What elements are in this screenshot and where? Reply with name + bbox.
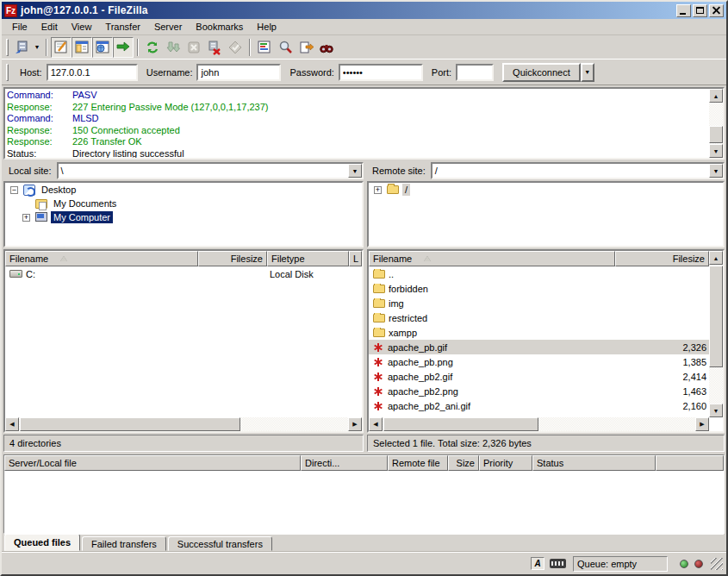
column-server-local-file[interactable]: Server/Local file [4, 455, 301, 471]
tree-item-root[interactable]: + / [369, 183, 723, 197]
quickconnect-dropdown[interactable]: ▼ [581, 63, 594, 82]
scroll-right-icon[interactable]: ▶ [695, 417, 709, 431]
menu-bookmarks[interactable]: Bookmarks [189, 20, 250, 34]
remote-row[interactable]: restricted [369, 310, 709, 325]
remote-rows: .. forbidden img restricted xampp apache… [369, 266, 709, 417]
remote-hscrollbar[interactable]: ◀ ▶ [369, 417, 709, 431]
local-site-combo[interactable]: \ ▼ [57, 162, 364, 179]
remote-row-selected[interactable]: apache_pb.gif2,326 [369, 340, 709, 354]
log-scroll-thumb[interactable] [709, 126, 723, 143]
remote-row[interactable]: apache_pb2.gif2,414 [369, 369, 709, 384]
column-status[interactable]: Status [532, 455, 656, 471]
refresh-button[interactable] [142, 37, 163, 58]
toggle-transfer-queue-button[interactable] [113, 37, 134, 58]
password-input[interactable] [339, 64, 423, 81]
column-size[interactable]: Size [448, 455, 479, 471]
remote-row[interactable]: img [369, 296, 709, 310]
remote-row[interactable]: apache_pb.png1,385 [369, 354, 709, 369]
file-search-button[interactable] [275, 37, 296, 58]
directory-comparison-button[interactable] [296, 37, 316, 58]
filezilla-window: Fz john@127.0.0.1 - FileZilla File Edit … [0, 0, 728, 576]
toolbar-separator [46, 39, 47, 56]
username-input[interactable] [196, 64, 281, 81]
scroll-left-icon[interactable]: ◀ [369, 417, 383, 431]
menu-transfer[interactable]: Transfer [98, 20, 147, 34]
scroll-right-icon[interactable]: ▶ [348, 417, 362, 431]
remote-row[interactable]: .. [369, 266, 709, 281]
local-tree-icon [74, 40, 90, 55]
maximize-button[interactable] [693, 4, 707, 17]
toggle-message-log-button[interactable] [51, 37, 72, 58]
process-queue-icon [165, 40, 181, 55]
minimize-button[interactable] [676, 4, 691, 17]
tab-queued-files[interactable]: Queued files [4, 534, 80, 551]
cancel-button[interactable] [184, 37, 204, 58]
scroll-down-icon[interactable]: ▼ [709, 404, 723, 417]
cancel-icon [186, 40, 202, 55]
remote-hscroll-thumb[interactable] [383, 417, 538, 431]
scroll-up-icon[interactable]: ▲ [709, 89, 723, 103]
remote-vscroll-thumb[interactable] [709, 266, 723, 367]
scroll-down-icon[interactable]: ▼ [709, 144, 723, 158]
reconnect-button[interactable] [225, 37, 246, 58]
resize-grip-icon[interactable] [711, 558, 723, 570]
process-queue-button[interactable] [163, 37, 184, 58]
expand-icon[interactable]: + [22, 214, 30, 222]
filter-button[interactable] [254, 37, 275, 58]
remote-site-combo[interactable]: / ▼ [431, 162, 725, 179]
local-row-c-drive[interactable]: C: Local Disk [5, 266, 362, 281]
remote-site-row: Remote site: / ▼ [367, 161, 725, 180]
main-area: Local site: \ ▼ − Desktop My Documents + [3, 161, 725, 452]
menu-help[interactable]: Help [250, 20, 283, 34]
column-priority[interactable]: Priority [479, 455, 532, 471]
scroll-left-icon[interactable]: ◀ [5, 417, 19, 431]
local-site-dropdown[interactable]: ▼ [348, 164, 362, 178]
column-last-modified[interactable]: L [349, 251, 362, 266]
queue-status-panel: Queue: empty [573, 556, 668, 572]
expand-icon[interactable]: + [374, 186, 382, 194]
tab-failed-transfers[interactable]: Failed transfers [82, 536, 166, 551]
column-filename[interactable]: Filename [369, 251, 615, 266]
tab-successful-transfers[interactable]: Successful transfers [168, 536, 272, 551]
menu-file[interactable]: File [5, 20, 34, 34]
column-filler [656, 455, 724, 471]
remote-vscrollbar[interactable]: ▲ ▼ [709, 251, 723, 417]
site-manager-button[interactable] [11, 37, 32, 58]
folder-icon [387, 185, 399, 194]
port-input[interactable] [456, 64, 494, 81]
column-filesize[interactable]: Filesize [198, 251, 267, 266]
toggle-remote-tree-button[interactable] [92, 37, 113, 58]
column-remote-file[interactable]: Remote file [388, 455, 448, 471]
remote-row[interactable]: apache_pb2_ani.gif2,160 [369, 398, 709, 413]
collapse-icon[interactable]: − [10, 186, 18, 194]
activity-led-red [694, 560, 703, 568]
close-button[interactable] [709, 4, 724, 17]
local-hscroll-thumb[interactable] [20, 417, 240, 431]
tree-item-my-computer[interactable]: + My Computer [5, 210, 362, 224]
menu-view[interactable]: View [65, 20, 99, 34]
column-filesize[interactable]: Filesize [615, 251, 709, 266]
host-input[interactable] [47, 64, 138, 81]
tree-item-desktop[interactable]: − Desktop [5, 183, 362, 197]
column-filetype[interactable]: Filetype [267, 251, 349, 266]
remote-site-dropdown[interactable]: ▼ [709, 164, 723, 178]
quickconnect-button[interactable]: Quickconnect [502, 63, 581, 82]
disconnect-button[interactable] [204, 37, 225, 58]
local-hscrollbar[interactable]: ◀ ▶ [5, 417, 362, 431]
local-status-bar: 4 directories [3, 435, 364, 452]
column-direction[interactable]: Directi... [301, 455, 388, 471]
message-log-icon [53, 40, 69, 55]
scroll-up-icon[interactable]: ▲ [709, 251, 723, 265]
remote-row[interactable]: xampp [369, 325, 709, 340]
site-manager-dropdown[interactable]: ▼ [32, 37, 42, 58]
synchronized-browsing-button[interactable] [316, 37, 337, 58]
tree-item-my-documents[interactable]: My Documents [5, 197, 362, 210]
column-filename[interactable]: Filename [5, 251, 198, 266]
menu-edit[interactable]: Edit [34, 20, 65, 34]
remote-site-value: / [435, 166, 438, 176]
remote-row[interactable]: forbidden [369, 281, 709, 296]
remote-row[interactable]: apache_pb2.png1,463 [369, 384, 709, 398]
log-scrollbar[interactable]: ▲ ▼ [709, 89, 723, 158]
toggle-local-tree-button[interactable] [72, 37, 92, 58]
menu-server[interactable]: Server [147, 20, 189, 34]
